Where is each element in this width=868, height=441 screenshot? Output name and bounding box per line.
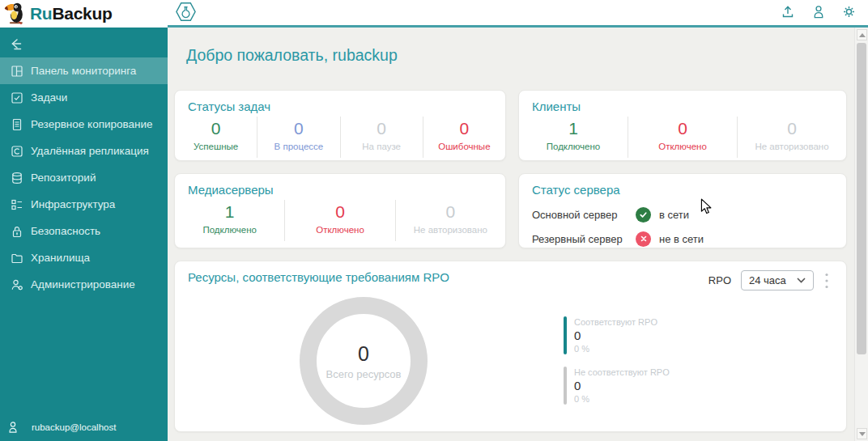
stat-connected: 1 Подключено: [175, 200, 284, 241]
stat-value: 0: [423, 119, 505, 138]
sidebar-item-monitoring[interactable]: Панель мониторинга: [0, 57, 168, 84]
sidebar-item-backup[interactable]: Резервное копирование: [0, 111, 168, 138]
stat-disconnected: 0 Отключено: [284, 200, 394, 241]
rpo-resources-card: Ресурсы, соответствующие требованиям RPO…: [174, 261, 847, 432]
tasks-checklist-icon: [11, 91, 23, 104]
sidebar-item-label: Безопасность: [31, 225, 100, 237]
sidebar-item-infrastructure[interactable]: Инфраструктура: [0, 191, 168, 218]
stat-label: Подключено: [519, 142, 628, 151]
card-title: Статус сервера: [519, 174, 846, 197]
stat-label: В процессе: [257, 142, 339, 151]
chevron-down-icon: [797, 278, 806, 283]
card-title: Медиасерверы: [175, 174, 505, 197]
rpo-label: RPO: [708, 274, 731, 286]
stat-label: Не авторизовано: [396, 225, 505, 235]
legend-value: 0: [574, 379, 670, 392]
stat-value: 0: [396, 202, 505, 222]
gear-icon: [842, 5, 856, 19]
replication-icon: [11, 145, 23, 158]
stat-value: 0: [285, 202, 394, 222]
logo: RuBackup: [0, 0, 168, 28]
stat-value: 0: [175, 119, 257, 138]
card-menu-button[interactable]: [823, 271, 830, 290]
collapse-sidebar-button[interactable]: [11, 38, 27, 51]
stat-value: 0: [628, 119, 737, 138]
stat-value: 0: [257, 119, 339, 138]
legend-item-noncompliant: Не соответствуют RPO 0 0 %: [564, 367, 670, 405]
lab-flask-hexagon-button[interactable]: [176, 2, 196, 22]
offline-cross-icon: [636, 231, 651, 247]
settings-button[interactable]: [842, 5, 856, 19]
upload-button[interactable]: [781, 4, 795, 19]
scroll-up-button[interactable]: [857, 29, 867, 40]
profile-button[interactable]: [812, 5, 825, 19]
stat-successful: 0 Успешные: [175, 117, 257, 158]
sidebar-item-tasks[interactable]: Задачи: [0, 84, 168, 111]
stat-label: Отключено: [285, 225, 394, 235]
rpo-donut-chart: 0 Всего ресурсов: [300, 297, 428, 425]
dashboard-icon: [11, 65, 23, 78]
scrollbar-thumb[interactable]: [857, 43, 866, 354]
rpo-period-select[interactable]: 24 часа: [741, 270, 814, 290]
stat-paused: 0 На паузе: [340, 117, 423, 158]
vertical-scrollbar[interactable]: [854, 28, 868, 441]
online-check-icon: [636, 207, 651, 223]
backup-document-icon: [11, 118, 23, 131]
stat-label: Ошибочные: [423, 142, 505, 151]
infrastructure-list-icon: [11, 198, 23, 211]
donut-total-label: Всего ресурсов: [326, 368, 401, 380]
card-title: Клиенты: [519, 91, 846, 113]
welcome-heading: Добро пожаловать, rubackup: [186, 46, 398, 65]
stat-unauthorized: 0 Не авторизовано: [737, 117, 846, 158]
legend-item-compliant: Соответствуют RPO 0 0 %: [564, 316, 670, 354]
stat-label: Не авторизовано: [738, 142, 846, 151]
scroll-down-button[interactable]: [857, 428, 867, 439]
sidebar-item-repository[interactable]: Репозиторий: [0, 164, 168, 191]
primary-server-row: Основной сервер в сети: [532, 202, 833, 227]
stat-value: 0: [738, 119, 846, 138]
server-label: Резервный сервер: [532, 233, 636, 245]
stat-connected: 1 Подключено: [519, 117, 628, 158]
sidebar-item-storage[interactable]: Хранилища: [0, 244, 168, 271]
legend-label: Не соответствуют RPO: [574, 367, 670, 377]
sidebar-menu: Панель мониторинга Задачи Резервное копи…: [0, 57, 168, 298]
stat-disconnected: 0 Отключено: [628, 117, 737, 158]
sidebar-item-label: Хранилища: [31, 252, 90, 264]
server-status-card: Статус сервера Основной сервер в сети Ре…: [518, 173, 847, 248]
admin-user-gear-icon: [11, 278, 23, 291]
backup-server-row: Резервный сервер не в сети: [532, 227, 833, 251]
stat-in-progress: 0 В процессе: [257, 117, 339, 158]
brand-ru: Ru: [30, 4, 52, 23]
lock-icon: [11, 225, 23, 238]
upload-icon: [781, 4, 795, 19]
stat-unauthorized: 0 Не авторизовано: [395, 200, 505, 241]
sidebar-item-label: Задачи: [31, 91, 67, 104]
sidebar-item-label: Панель мониторинга: [31, 65, 136, 77]
sidebar-item-replication[interactable]: Удалённая репликация: [0, 138, 168, 164]
brand: RuBackup: [30, 4, 112, 23]
rubackup-app: RuBackup Панель мониторинга Задачи: [0, 0, 868, 441]
sidebar-item-label: Удалённая репликация: [31, 145, 149, 157]
user-icon: [7, 421, 19, 434]
folder-icon: [11, 252, 23, 265]
topbar: [168, 0, 868, 28]
footer-username: rubackup@localhost: [32, 422, 116, 432]
clients-card: Клиенты 1 Подключено 0 Отключено 0 Не ав…: [518, 90, 847, 161]
lab-flask-hexagon-icon: [176, 2, 196, 22]
sidebar-item-security[interactable]: Безопасность: [0, 218, 168, 244]
stat-failed: 0 Ошибочные: [423, 117, 505, 158]
stat-value: 0: [341, 119, 423, 138]
stat-value: 1: [519, 119, 628, 138]
server-status-text: в сети: [659, 209, 689, 221]
legend-percent: 0 %: [574, 344, 657, 354]
profile-user-icon: [812, 5, 825, 19]
triangle-down-icon: [859, 432, 866, 436]
kebab-menu-icon: [825, 273, 828, 289]
collapse-sidebar-icon: [11, 38, 27, 51]
donut-total-value: 0: [358, 342, 369, 366]
sidebar: RuBackup Панель мониторинга Задачи: [0, 0, 168, 441]
sidebar-item-administration[interactable]: Администрирование: [0, 271, 168, 298]
tasks-status-card: Статусы задач 0 Успешные 0 В процессе 0 …: [174, 90, 506, 161]
stat-label: Успешные: [175, 142, 257, 151]
rpo-controls: RPO 24 часа: [708, 270, 830, 290]
